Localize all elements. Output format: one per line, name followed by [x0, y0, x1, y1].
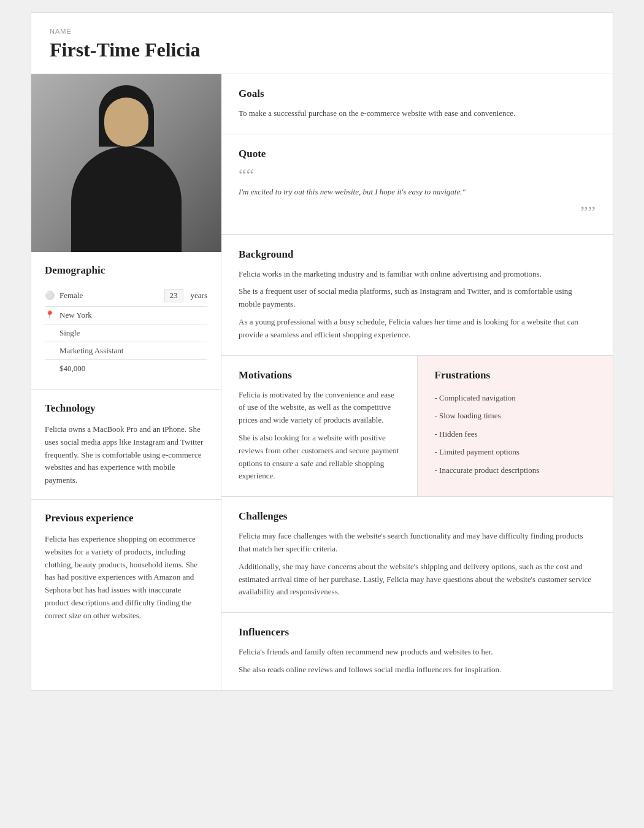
photo-placeholder: [31, 74, 221, 252]
previous-experience-text: Felicia has experience shopping on ecomm…: [45, 533, 207, 623]
demographic-occupation: Marketing Assistant: [45, 342, 207, 360]
challenges-section: Challenges Felicia may face challenges w…: [221, 497, 613, 613]
left-column: Demographic ⚪ Female 23 years 📍 New York…: [31, 74, 221, 690]
influencers-title: Influencers: [239, 626, 596, 638]
quote-section: Quote ““ I'm excited to try out this new…: [221, 134, 613, 235]
demographic-title: Demographic: [45, 264, 207, 277]
frustrations-title: Frustrations: [435, 369, 596, 381]
face-shape: [104, 98, 148, 147]
frustration-item-1: - Complicated navigation: [435, 389, 596, 407]
goals-text: To make a successful purchase on the e-c…: [239, 107, 596, 120]
age-value: 23: [164, 289, 183, 302]
motivations-title: Motivations: [239, 369, 400, 381]
income-value: $40,000: [59, 364, 207, 374]
header: NAME First-Time Felicia: [31, 13, 613, 74]
occupation-value: Marketing Assistant: [59, 346, 207, 356]
motiv-frustration-row: Motivations Felicia is motivated by the …: [221, 356, 613, 497]
influencers-section: Influencers Felicia's friends and family…: [221, 613, 613, 690]
goals-section: Goals To make a successful purchase on t…: [221, 74, 613, 134]
age-unit: years: [191, 291, 207, 301]
name-label: NAME: [50, 28, 594, 35]
technology-section: Technology Felicia owns a MacBook Pro an…: [31, 390, 221, 500]
motivations-p2: She is also looking for a website with p…: [239, 432, 400, 483]
frustration-item-4: - Limited payment options: [435, 443, 596, 461]
background-p1: Felicia works in the marketing industry …: [239, 268, 596, 281]
previous-experience-section: Previous experience Felicia has experien…: [31, 500, 221, 635]
demographic-section: Demographic ⚪ Female 23 years 📍 New York…: [31, 252, 221, 390]
frustration-item-2: - Slow loading times: [435, 407, 596, 425]
body-shape: [71, 147, 182, 252]
location-value: New York: [59, 310, 207, 320]
frustration-item-5: - Inaccurate product descriptions: [435, 461, 596, 480]
profile-photo: [31, 74, 221, 252]
challenges-p2: Additionally, she may have concerns abou…: [239, 561, 596, 599]
person-icon: ⚪: [45, 291, 55, 301]
quote-close-mark: ””: [239, 204, 596, 221]
right-column: Goals To make a successful purchase on t…: [221, 74, 613, 690]
quote-text: I'm excited to try out this new website,…: [239, 186, 596, 199]
frustration-item-3: - Hidden fees: [435, 425, 596, 443]
page-wrapper: NAME First-Time Felicia Demographic ⚪ Fe: [31, 12, 613, 691]
gender-value: Female: [59, 291, 159, 301]
page-title: First-Time Felicia: [50, 39, 594, 61]
challenges-title: Challenges: [239, 510, 596, 523]
frustrations-section: Frustrations - Complicated navigation - …: [418, 356, 613, 497]
quote-title: Quote: [239, 148, 596, 160]
demographic-income: $40,000: [45, 360, 207, 377]
background-p2: She is a frequent user of social media p…: [239, 285, 596, 311]
technology-title: Technology: [45, 402, 207, 415]
motivations-p1: Felicia is motivated by the convenience …: [239, 389, 400, 427]
relationship-value: Single: [59, 328, 207, 338]
previous-experience-title: Previous experience: [45, 512, 207, 524]
background-title: Background: [239, 248, 596, 261]
goals-title: Goals: [239, 88, 596, 100]
location-icon: 📍: [45, 310, 55, 320]
quote-open-mark: ““: [239, 166, 596, 183]
background-p3: As a young professional with a busy sche…: [239, 316, 596, 342]
influencers-p2: She also reads online reviews and follow…: [239, 664, 596, 677]
background-section: Background Felicia works in the marketin…: [221, 235, 613, 356]
demographic-gender-age: ⚪ Female 23 years: [45, 285, 207, 307]
demographic-location: 📍 New York: [45, 307, 207, 324]
technology-text: Felicia owns a MacBook Pro and an iPhone…: [45, 423, 207, 487]
challenges-p1: Felicia may face challenges with the web…: [239, 530, 596, 556]
frustrations-list: - Complicated navigation - Slow loading …: [435, 389, 596, 480]
influencers-p1: Felicia's friends and family often recom…: [239, 646, 596, 659]
main-body: Demographic ⚪ Female 23 years 📍 New York…: [31, 74, 613, 690]
demographic-relationship: Single: [45, 324, 207, 342]
motivations-section: Motivations Felicia is motivated by the …: [221, 356, 418, 497]
